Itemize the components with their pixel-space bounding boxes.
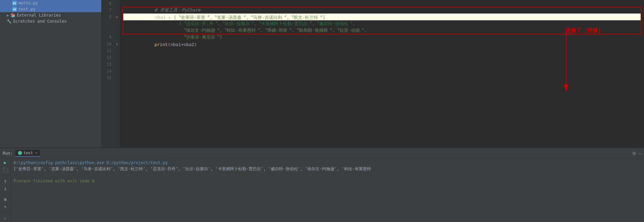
scroll-down-button[interactable]: ↓ <box>1 186 9 191</box>
run-label: Run: <box>3 151 13 156</box>
line-num-14: 14 <box>102 68 113 74</box>
sidebar-item-scratches[interactable]: 🔧 Scratches and Consoles <box>0 18 101 24</box>
scroll-up-button[interactable]: ↑ <box>1 178 9 184</box>
code-content[interactable]: # 开发工具：PyCharm nba1 = [〝史蒂芬·库里〞,〝克莱·汤普森〞… <box>120 0 644 148</box>
console-empty <box>14 172 641 178</box>
python-file-icon: py <box>12 1 17 5</box>
filter-button[interactable]: ⚡ <box>1 204 9 209</box>
sidebar-item-external-libs[interactable]: ▶ 📚 External Libraries <box>0 12 101 18</box>
sidebar-item-label: External Libraries <box>17 13 61 18</box>
expand-icon: ▶ <box>7 13 9 18</box>
console-content[interactable]: D:\python\config-pathclass\python.exe D:… <box>11 158 644 222</box>
line-num-7: 7 <box>102 7 113 14</box>
sidebar-item-test[interactable]: py test.py <box>0 6 101 12</box>
library-icon: 📚 <box>11 13 16 18</box>
sidebar-item-label: test.py <box>18 7 36 12</box>
sidebar-item-label: Scratches and Consoles <box>13 19 67 24</box>
line-num-12: 12 <box>102 54 113 61</box>
code-line-14 <box>123 55 641 62</box>
line-num-10: 10 <box>102 41 113 47</box>
settings-icon[interactable]: ⚙ <box>632 150 636 156</box>
line-numbers: 6 7 8 9 10 11 12 13 14 15 <box>102 0 114 148</box>
tab-close-button[interactable]: × <box>35 151 38 155</box>
console-toolbar: ▶ ⬛ ↑ ↓ ≡ ⚡ ☆ <box>0 158 11 222</box>
console-cmd-line: D:\python\config-pathclass\python.exe D:… <box>14 160 641 166</box>
wrap-button[interactable]: ≡ <box>1 197 9 202</box>
toolbar-separator <box>0 175 11 176</box>
toolbar-separator-3 <box>0 212 11 213</box>
run-tab-bar: Run: test × ⚙ — <box>0 148 644 158</box>
code-gutter: ≡ ≡ <box>114 0 120 148</box>
stop-button[interactable]: ⬛ <box>1 167 9 173</box>
code-line-12 <box>123 41 641 48</box>
run-tab-icon <box>18 151 22 155</box>
app-window: py motto.py py test.py ▶ 📚 External Libr… <box>0 0 644 222</box>
console-exit-line: Process finished with exit code 0 <box>14 178 641 184</box>
run-button[interactable]: ▶ <box>1 160 9 165</box>
project-panel: py motto.py py test.py ▶ 📚 External Libr… <box>0 0 102 148</box>
run-settings: ⚙ — <box>632 150 641 156</box>
line-num-15: 15 <box>102 74 113 81</box>
python-file-icon: py <box>12 7 17 12</box>
console-output-line: ['史蒂芬·库里', '克莱·汤普森', '马务·吉诺比利', '凯文·杜兰特'… <box>14 166 641 172</box>
code-line-13 <box>123 48 641 55</box>
line-num-11: 11 <box>102 47 113 54</box>
scratch-icon: 🔧 <box>7 19 12 24</box>
code-editor-area: 6 7 8 9 10 11 12 13 14 15 ≡ <box>102 0 644 148</box>
sidebar-item-label: motto.py <box>18 1 38 5</box>
run-tab-name: test <box>23 151 33 155</box>
code-line-15 <box>123 62 641 68</box>
run-tab[interactable]: test × <box>15 150 40 157</box>
toolbar-separator-2 <box>0 194 11 194</box>
code-line-7: nba1 = [〝史蒂芬·库里〞,〝克莱·汤普森〞,〝马努·吉诺比利〞,〝凯文·… <box>123 7 641 14</box>
cursor: | <box>206 21 209 26</box>
line-num-13: 13 <box>102 61 113 68</box>
comment-text: # 开发工具：PyCharm <box>154 7 200 13</box>
gutter-fold-10: ≡ <box>114 41 120 47</box>
editor-inner: 6 7 8 9 10 11 12 13 14 15 ≡ <box>102 0 644 148</box>
line-num-8: 8 <box>102 14 113 34</box>
top-section: py motto.py py test.py ▶ 📚 External Libr… <box>0 0 644 148</box>
minimize-icon[interactable]: — <box>639 151 641 156</box>
run-panel: Run: test × ⚙ — ▶ ⬛ ↑ ↓ ≡ ⚡ <box>0 148 644 222</box>
line-num-6: 6 <box>102 0 113 7</box>
code-line-6: # 开发工具：PyCharm <box>123 0 641 7</box>
line-num-9: 9 <box>102 34 113 41</box>
favorites-button[interactable]: ☆ <box>1 215 9 221</box>
sidebar-item-motto[interactable]: py motto.py <box>0 0 101 6</box>
gutter-fold-8: ≡ <box>114 14 120 20</box>
console-body: ▶ ⬛ ↑ ↓ ≡ ⚡ ☆ D:\python\config-pathclass… <box>0 158 644 222</box>
